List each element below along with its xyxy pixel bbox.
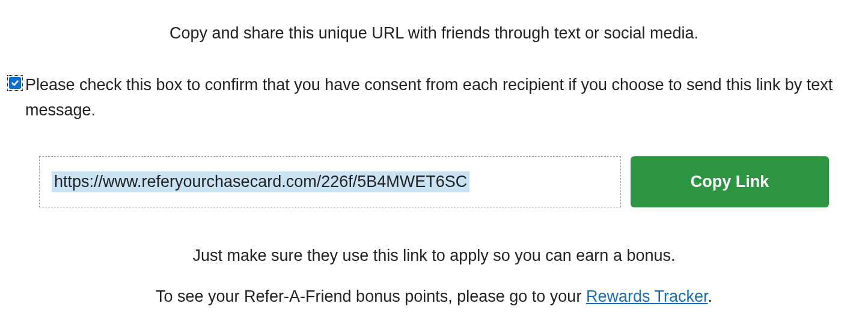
consent-row: Please check this box to confirm that yo… [6,73,862,123]
footer-tracker-text: To see your Refer-A-Friend bonus points,… [6,284,862,309]
footer-tracker-prefix: To see your Refer-A-Friend bonus points,… [156,287,586,305]
consent-checkbox-focus-ring [7,75,23,91]
checkmark-icon [11,79,19,87]
rewards-tracker-link[interactable]: Rewards Tracker [586,287,708,305]
link-row: https://www.referyourchasecard.com/226f/… [6,156,862,207]
referral-url-text: https://www.referyourchasecard.com/226f/… [52,171,469,192]
footer-bonus-text: Just make sure they use this link to app… [6,243,862,268]
consent-checkbox[interactable] [9,77,21,89]
copy-link-button[interactable]: Copy Link [631,156,829,207]
share-heading: Copy and share this unique URL with frie… [6,24,862,43]
referral-url-box[interactable]: https://www.referyourchasecard.com/226f/… [39,156,621,207]
footer-tracker-suffix: . [708,287,712,305]
consent-label: Please check this box to confirm that yo… [25,73,861,123]
